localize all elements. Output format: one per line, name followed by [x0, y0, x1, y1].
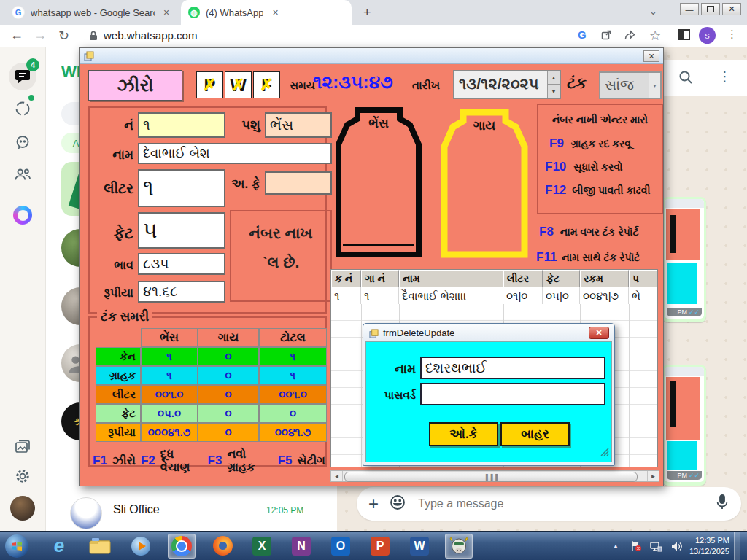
action-center-flag-icon[interactable]	[628, 540, 644, 552]
dialog-close-button[interactable]: ✕	[589, 327, 609, 339]
open-in-new-icon[interactable]	[601, 30, 611, 43]
taskbar-internet-explorer-icon[interactable]: e	[45, 534, 73, 559]
chat-menu-kebab-icon[interactable]: ⋮	[718, 68, 732, 85]
fkeys-header: નંબર નાખી એન્ટર મારો	[538, 114, 662, 126]
date-label: તારીખ	[412, 79, 440, 92]
share-icon[interactable]	[624, 30, 635, 43]
taskbar-outlook-icon[interactable]: O	[327, 534, 355, 559]
taskbar-excel-icon[interactable]: X	[248, 534, 276, 559]
network-icon[interactable]	[649, 541, 665, 552]
dialog-exit-button[interactable]: બાહર	[500, 422, 570, 446]
browser-tab-whatsapp[interactable]: ◍ (4) WhatsApp ×	[181, 0, 352, 25]
w-report-button[interactable]: W✗	[225, 71, 252, 98]
status-icon[interactable]	[9, 95, 36, 122]
start-button[interactable]	[3, 534, 31, 559]
tab-search-chevron-icon[interactable]: ⌄	[649, 6, 657, 17]
taskbar-onenote-icon[interactable]: N	[287, 534, 315, 559]
no-input[interactable]	[138, 112, 225, 138]
f10-key: F10	[545, 160, 566, 174]
back-icon[interactable]: ←	[10, 28, 23, 43]
rupees-input[interactable]	[138, 281, 225, 303]
scroll-right-icon[interactable]: ►	[647, 471, 659, 481]
name-input[interactable]	[138, 143, 332, 164]
tab-close-icon[interactable]: ×	[163, 7, 169, 18]
dialog-password-input[interactable]	[420, 383, 605, 405]
profile-avatar[interactable]: s	[699, 27, 716, 44]
settings-icon[interactable]	[9, 462, 36, 490]
shift-label: ટંક	[567, 74, 587, 92]
chats-icon[interactable]: 4	[9, 63, 36, 90]
tab-close-icon[interactable]: ×	[272, 7, 278, 18]
taskbar-media-player-icon[interactable]	[127, 534, 155, 559]
new-tab-button[interactable]: +	[363, 5, 371, 20]
taskbar-word-icon[interactable]: W	[406, 534, 433, 559]
gallery-icon[interactable]	[9, 433, 36, 461]
app-title-bar[interactable]: ✕	[80, 48, 663, 64]
app-close-button[interactable]: ✕	[643, 50, 659, 62]
taskbar-firefox-icon[interactable]	[209, 534, 236, 559]
search-icon[interactable]	[678, 70, 693, 88]
dropdown-arrow-icon[interactable]: ▼	[649, 73, 660, 98]
refresh-icon[interactable]: ↻	[58, 28, 69, 44]
price-input[interactable]	[138, 253, 225, 275]
volume-icon[interactable]	[669, 541, 685, 552]
grid-data-row[interactable]: ૧ ૧ દૈવાભાઈ ભેશ।।। ૦૧|૦ ૦૫|૦ ૦૦૪૧|૭ ભે	[331, 287, 657, 305]
dialog-title-bar[interactable]: frmDeleteUpdate ✕	[363, 324, 614, 341]
browser-menu-kebab-icon[interactable]: ⋮	[727, 28, 738, 41]
tray-clock[interactable]: 12:35 PM 13/12/2025	[689, 535, 729, 557]
attach-plus-icon[interactable]: +	[368, 494, 379, 514]
chat-list-item[interactable]: Sli Office 12:05 PM	[46, 496, 337, 531]
message-composer[interactable]: +	[357, 487, 741, 521]
sent-message-bubble[interactable]: PM✓✓	[662, 197, 706, 322]
minimize-button[interactable]: —	[680, 3, 699, 15]
browser-tab-google-search[interactable]: G whatsapp web - Google Search ×	[4, 0, 178, 25]
f11-report-row: F11નામ સાથે ટંક રેપૉર્ટ	[536, 250, 640, 265]
channels-icon[interactable]	[9, 128, 36, 156]
avg-fat-input[interactable]	[265, 171, 332, 195]
winforms-app-icon	[84, 51, 94, 64]
scroll-left-icon[interactable]: ◄	[331, 471, 343, 481]
taskbar-dairy-app-icon[interactable]	[445, 534, 473, 559]
taskbar-powerpoint-icon[interactable]: P	[366, 534, 394, 559]
meta-ai-icon[interactable]	[9, 201, 36, 229]
p-report-button[interactable]: P✗	[196, 71, 223, 98]
profile-avatar[interactable]	[9, 494, 36, 522]
f9-key: F9	[549, 136, 564, 151]
price-label: ભાવ	[98, 259, 133, 272]
tray-expand-icon[interactable]: ▲	[608, 542, 624, 550]
time-value: ૧૨:૩૫:૪૭	[313, 71, 393, 93]
chat-time: 12:05 PM	[266, 505, 303, 516]
message-input[interactable]	[417, 497, 705, 511]
spin-down-icon[interactable]: ▼	[547, 85, 560, 98]
google-icon[interactable]: G	[578, 28, 587, 41]
animal-input[interactable]	[265, 112, 332, 138]
mic-icon[interactable]	[715, 494, 729, 514]
spin-up-icon[interactable]: ▲	[547, 71, 560, 85]
zero-button[interactable]: ઝીરો	[88, 70, 182, 101]
close-button[interactable]: ✕	[722, 3, 741, 15]
read-checkmarks-icon: ✓✓	[689, 472, 700, 479]
sidebar-toggle-icon[interactable]	[678, 29, 690, 40]
buffalo-can-shape: ભેંસ	[333, 106, 425, 261]
dialog-ok-button[interactable]: ઓ.કે	[429, 422, 498, 446]
resize-grip-icon[interactable]	[600, 446, 609, 459]
liter-input[interactable]	[138, 169, 225, 207]
communities-icon[interactable]	[9, 160, 36, 188]
fat-input[interactable]	[138, 212, 225, 249]
dialog-name-input[interactable]	[420, 357, 605, 379]
taskbar-file-explorer-icon[interactable]	[86, 534, 114, 559]
show-desktop-button[interactable]	[734, 532, 740, 560]
forward-icon[interactable]: →	[34, 28, 47, 43]
bookmark-star-icon[interactable]: ☆	[649, 28, 661, 44]
liter-label: લીટર	[94, 181, 133, 197]
grid-hscrollbar[interactable]: ◄ ▐▐▐ ►	[330, 470, 659, 482]
taskbar-chrome-icon[interactable]	[168, 534, 196, 559]
shift-dropdown[interactable]: સાંજ ▼	[599, 71, 662, 99]
date-spinner[interactable]: ૧૩/૧૨/૨૦૨૫ ▲ ▼	[453, 70, 561, 99]
url-text[interactable]: web.whatsapp.com	[104, 29, 197, 42]
f-report-button[interactable]: F✗	[253, 71, 280, 98]
sent-message-bubble[interactable]: PM✓✓	[662, 365, 706, 486]
maximize-button[interactable]	[701, 3, 720, 15]
scrollbar-thumb[interactable]: ▐▐▐	[344, 472, 638, 482]
emoji-sticker-icon[interactable]	[389, 494, 406, 514]
